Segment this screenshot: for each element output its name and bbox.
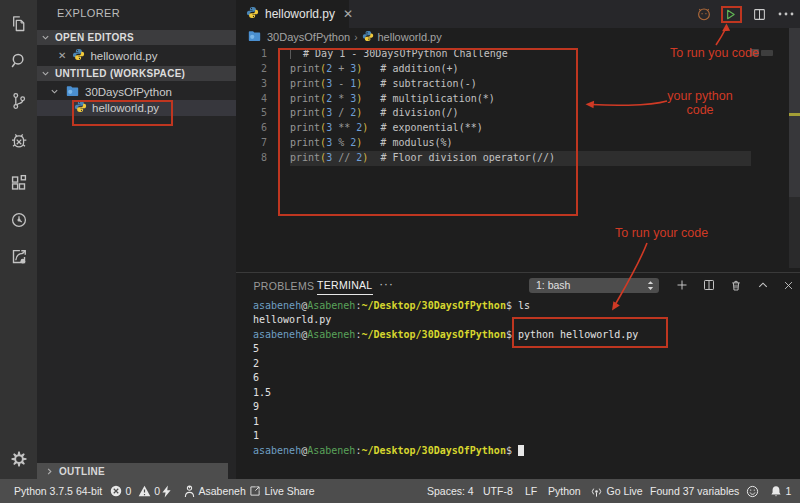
status-python-version[interactable]: Python 3.7.5 64-bit bbox=[14, 479, 102, 503]
tab-helloworld[interactable]: helloworld.py ✕ bbox=[236, 0, 349, 28]
debug-icon[interactable] bbox=[0, 126, 37, 156]
line-number: 7 bbox=[236, 136, 267, 151]
activity-bar bbox=[0, 0, 37, 479]
annotation-box-run bbox=[721, 6, 742, 23]
line-number: 4 bbox=[236, 92, 267, 107]
status-problems[interactable]: 0 0 bbox=[110, 479, 160, 503]
vscode-window: EXPLORER OPEN EDITORS ✕ helloworld.py UN… bbox=[0, 0, 800, 503]
smiley-icon bbox=[746, 485, 759, 498]
test-explorer-icon[interactable] bbox=[0, 205, 37, 235]
maximize-panel-icon[interactable] bbox=[755, 277, 771, 293]
terminal-output-line: 1 bbox=[253, 415, 638, 430]
source-control-icon[interactable] bbox=[0, 86, 37, 116]
bell-icon bbox=[770, 485, 782, 498]
line-number: 5 bbox=[236, 106, 267, 121]
split-editor-icon[interactable] bbox=[751, 0, 767, 28]
overview-ruler-marker bbox=[789, 113, 800, 116]
split-terminal-icon[interactable] bbox=[701, 277, 717, 293]
folder-tree-item[interactable]: 30DaysOfPython bbox=[37, 84, 236, 100]
prompt-segment: asabeneh bbox=[253, 300, 301, 311]
status-encoding[interactable]: UTF-8 bbox=[483, 479, 513, 503]
folder-label: 30DaysOfPython bbox=[85, 86, 172, 98]
annotation-box-command bbox=[512, 317, 668, 348]
outline-header[interactable]: OUTLINE bbox=[37, 463, 228, 479]
prompt-segment: ~/Desktop/30DaysOfPython bbox=[361, 300, 506, 311]
python-file-icon bbox=[72, 48, 85, 63]
folder-icon bbox=[248, 30, 261, 44]
prompt-segment: ls bbox=[518, 300, 530, 311]
extension-smiley-icon[interactable] bbox=[694, 0, 714, 28]
settings-gear-icon[interactable] bbox=[0, 444, 37, 474]
chevron-right-icon bbox=[45, 467, 54, 476]
more-tabs-icon[interactable]: ··· bbox=[379, 276, 394, 291]
status-spaces[interactable]: Spaces: 4 bbox=[427, 479, 474, 503]
status-notifications[interactable]: 1 bbox=[770, 479, 791, 503]
tab-problems[interactable]: PROBLEMS bbox=[254, 277, 315, 295]
broadcast-icon bbox=[590, 485, 603, 498]
chevron-down-icon bbox=[50, 87, 59, 96]
explorer-sidebar: EXPLORER OPEN EDITORS ✕ helloworld.py UN… bbox=[37, 0, 236, 479]
breadcrumb-file[interactable]: helloworld.py bbox=[378, 31, 442, 43]
editor-area: helloworld.py ✕ bbox=[236, 0, 800, 272]
terminal-output-line: 1.5 bbox=[253, 386, 638, 401]
more-actions-icon[interactable] bbox=[777, 0, 795, 28]
terminal-panel: PROBLEMS TERMINAL ··· 1: bash asabeneh@A… bbox=[236, 272, 800, 479]
extensions-icon[interactable] bbox=[0, 168, 37, 198]
annotation-your-python: your python code bbox=[666, 89, 734, 117]
sidebar-title: EXPLORER bbox=[57, 7, 120, 19]
annotation-run-bottom: To run your code bbox=[615, 226, 708, 240]
warning-icon bbox=[138, 485, 151, 497]
status-live-share[interactable]: Live Share bbox=[249, 479, 315, 503]
close-panel-icon[interactable] bbox=[780, 277, 796, 293]
folder-icon bbox=[66, 85, 79, 99]
python-file-icon bbox=[362, 30, 374, 44]
breadcrumb-folder[interactable]: 30DaysOfPython bbox=[267, 31, 350, 43]
lightning-icon bbox=[161, 485, 172, 498]
status-eol[interactable]: LF bbox=[525, 479, 537, 503]
chevron-down-icon bbox=[41, 33, 50, 42]
annotation-run-top: To run you code bbox=[670, 46, 759, 60]
line-number: 2 bbox=[236, 62, 267, 77]
status-go-live[interactable]: Go Live bbox=[590, 479, 643, 503]
tab-close-icon[interactable]: ✕ bbox=[343, 7, 353, 21]
live-share-status-icon bbox=[249, 485, 261, 497]
status-bar: Python 3.7.5 64-bit 0 0 Asabeneh bbox=[0, 479, 800, 503]
terminal-prompt-line: asabeneh@Asabeneh:~/Desktop/30DaysOfPyth… bbox=[253, 299, 638, 314]
search-icon[interactable] bbox=[0, 46, 37, 76]
status-language[interactable]: Python bbox=[548, 479, 581, 503]
breadcrumb: 30DaysOfPython › helloworld.py bbox=[236, 28, 800, 46]
prompt-segment: Asabeneh bbox=[307, 445, 355, 456]
line-number: 3 bbox=[236, 77, 267, 92]
terminal-output-line: 1 bbox=[253, 429, 638, 444]
workspace-header[interactable]: UNTITLED (WORKSPACE) bbox=[37, 66, 236, 81]
shell-selector[interactable]: 1: bash bbox=[529, 278, 659, 293]
status-user[interactable]: Asabeneh bbox=[184, 479, 246, 503]
terminal-output-line: 9 bbox=[253, 400, 638, 415]
tab-bar: helloworld.py ✕ bbox=[236, 0, 800, 28]
new-terminal-icon[interactable] bbox=[674, 277, 690, 293]
code-editor[interactable]: 1 # Day 1 - 30DaysOfPython Challenge2pri… bbox=[236, 46, 800, 272]
person-icon bbox=[184, 485, 195, 498]
status-variables[interactable]: Found 37 variables bbox=[650, 479, 739, 503]
python-file-icon bbox=[246, 5, 259, 23]
annotation-box-file bbox=[72, 100, 173, 126]
close-icon[interactable]: ✕ bbox=[58, 50, 66, 61]
prompt-segment: $ bbox=[506, 445, 518, 456]
prompt-segment: asabeneh bbox=[253, 329, 301, 340]
explorer-icon[interactable] bbox=[0, 8, 37, 38]
status-lightning[interactable] bbox=[161, 479, 172, 503]
chevron-down-icon bbox=[41, 69, 50, 78]
prompt-segment: ~/Desktop/30DaysOfPython bbox=[361, 445, 506, 456]
terminal-output-line: 2 bbox=[253, 357, 638, 372]
prompt-segment: Asabeneh bbox=[307, 329, 355, 340]
status-feedback[interactable] bbox=[746, 479, 759, 503]
prompt-segment: asabeneh bbox=[253, 445, 301, 456]
live-share-icon[interactable] bbox=[0, 242, 37, 272]
open-editor-item[interactable]: ✕ helloworld.py bbox=[37, 48, 236, 64]
tab-terminal[interactable]: TERMINAL bbox=[317, 277, 373, 295]
kill-terminal-trash-icon[interactable] bbox=[728, 277, 744, 293]
scrollbar-minimap[interactable] bbox=[789, 28, 800, 268]
line-number: 8 bbox=[236, 151, 267, 166]
error-icon bbox=[110, 485, 122, 497]
open-editors-header[interactable]: OPEN EDITORS bbox=[37, 30, 236, 45]
